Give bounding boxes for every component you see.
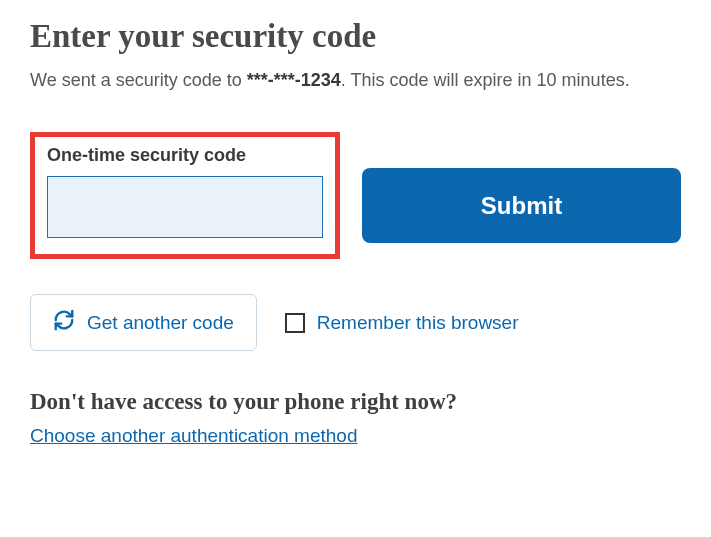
page-title: Enter your security code (30, 18, 681, 55)
get-another-code-label: Get another code (87, 312, 234, 334)
instruction-prefix: We sent a security code to (30, 70, 247, 90)
remember-browser-option[interactable]: Remember this browser (285, 312, 519, 334)
get-another-code-button[interactable]: Get another code (30, 294, 257, 351)
remember-checkbox[interactable] (285, 313, 305, 333)
remember-label: Remember this browser (317, 312, 519, 334)
refresh-icon (53, 309, 75, 336)
code-input[interactable] (47, 176, 323, 238)
code-input-label: One-time security code (47, 145, 323, 166)
instruction-text: We sent a security code to ***-***-1234.… (30, 67, 681, 94)
submit-button[interactable]: Submit (362, 168, 681, 243)
masked-phone: ***-***-1234 (247, 70, 341, 90)
choose-auth-method-link[interactable]: Choose another authentication method (30, 425, 357, 447)
code-input-highlight-box: One-time security code (30, 132, 340, 259)
no-access-title: Don't have access to your phone right no… (30, 389, 681, 415)
instruction-suffix: . This code will expire in 10 minutes. (341, 70, 630, 90)
